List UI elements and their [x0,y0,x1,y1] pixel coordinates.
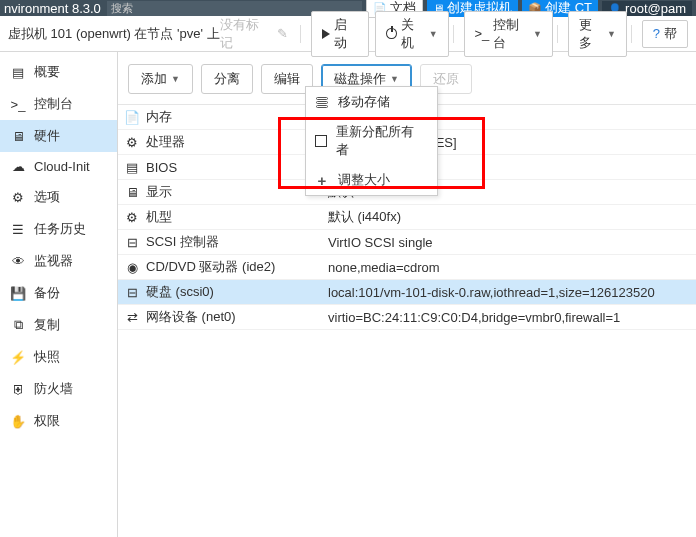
hw-name: CD/DVD 驱动器 (ide2) [146,258,326,276]
more-label: 更多 [579,16,603,52]
shutdown-label: 关机 [401,16,425,52]
start-button[interactable]: 启动 [311,11,369,57]
net-icon: ⇄ [118,310,146,325]
sidebar-item-label: 权限 [34,412,60,430]
shutdown-button[interactable]: 关机▼ [375,11,448,57]
hw-row[interactable]: ⚙机型默认 (i440fx) [118,205,696,230]
chevron-down-icon: ▼ [171,74,180,84]
sidebar-item-label: Cloud-Init [34,159,90,174]
square-icon [314,135,328,147]
add-button[interactable]: 添加▼ [128,64,193,94]
bios-icon: ▤ [118,160,146,175]
play-icon [322,29,330,39]
sidebar-item-权限[interactable]: ✋权限 [0,405,117,437]
save-icon: 💾 [10,286,26,301]
power-icon [386,28,396,39]
hw-name: 硬盘 (scsi0) [146,283,326,301]
no-tag-label[interactable]: 没有标记 [220,16,270,52]
hw-name: 网络设备 (net0) [146,308,326,326]
sidebar-item-label: 复制 [34,316,60,334]
add-label: 添加 [141,70,167,88]
sidebar-item-选项[interactable]: ⚙选项 [0,181,117,213]
sidebar-item-控制台[interactable]: >_控制台 [0,88,117,120]
version-text: nvironment 8.3.0 [4,1,101,16]
hw-value: virtio=BC:24:11:C9:C0:D4,bridge=vmbr0,fi… [326,310,696,325]
start-label: 启动 [334,16,358,52]
help-button[interactable]: ?帮 [642,20,688,48]
cpu-icon: ⚙ [118,135,146,150]
hw-value: none,media=cdrom [326,260,696,275]
detach-button[interactable]: 分离 [201,64,253,94]
shield-icon: ⛨ [10,382,26,397]
hdd-icon: ⊟ [118,285,146,300]
menu-item-label: 移动存储 [338,93,390,111]
db-icon [314,97,330,108]
console-button[interactable]: >_控制台▼ [464,11,553,57]
hw-name: 处理器 [146,133,326,151]
edit-label: 编辑 [274,70,300,88]
menu-item-移动存储[interactable]: 移动存储 [306,87,437,117]
list-icon: ☰ [10,222,26,237]
sidebar-item-硬件[interactable]: 🖥硬件 [0,120,117,152]
sidebar-item-任务历史[interactable]: ☰任务历史 [0,213,117,245]
more-button[interactable]: 更多▼ [568,11,627,57]
menu-item-重新分配所有者[interactable]: 重新分配所有者 [306,117,437,165]
sidebar-item-label: 控制台 [34,95,73,113]
book-icon: ▤ [10,65,26,80]
sidebar-item-label: 任务历史 [34,220,86,238]
console-icon: >_ [475,26,490,41]
sidebar-item-label: 快照 [34,348,60,366]
hw-row[interactable]: ⊟SCSI 控制器VirtIO SCSI single [118,230,696,255]
vm-sidebar: ▤概要>_控制台🖥硬件☁Cloud-Init⚙选项☰任务历史👁监视器💾备份⧉复制… [0,52,118,537]
sidebar-item-label: 硬件 [34,127,60,145]
machine-icon: ⚙ [118,210,146,225]
console-label: 控制台 [493,16,529,52]
help-label: 帮 [664,25,677,43]
sidebar-item-label: 监视器 [34,252,73,270]
chevron-down-icon: ▼ [429,29,438,39]
detach-label: 分离 [214,70,240,88]
vm-title: 虚拟机 101 (openwrt) 在节点 'pve' 上 [8,25,220,43]
gear-icon: ⚙ [10,190,26,205]
hdd-icon: ⊟ [118,235,146,250]
hw-value: VirtIO SCSI single [326,235,696,250]
menu-item-label: 重新分配所有者 [336,123,417,159]
sidebar-item-防火墙[interactable]: ⛨防火墙 [0,373,117,405]
hw-row[interactable]: ◉CD/DVD 驱动器 (ide2)none,media=cdrom [118,255,696,280]
hand-icon: ✋ [10,414,26,429]
sidebar-item-复制[interactable]: ⧉复制 [0,309,117,341]
hw-value: local:101/vm-101-disk-0.raw,iothread=1,s… [326,285,696,300]
chip-icon: 🖥 [10,129,26,144]
hw-name: 机型 [146,208,326,226]
disc-icon: ◉ [118,260,146,275]
hw-name: 内存 [146,108,326,126]
help-icon: ? [653,26,660,41]
chevron-down-icon: ▼ [533,29,542,39]
sidebar-item-label: 选项 [34,188,60,206]
sidebar-item-label: 防火墙 [34,380,73,398]
sidebar-item-监视器[interactable]: 👁监视器 [0,245,117,277]
menu-item-label: 调整大小 [338,171,390,189]
sidebar-item-备份[interactable]: 💾备份 [0,277,117,309]
user-label: root@pam [625,1,686,16]
bolt-icon: ⚡ [10,350,26,365]
sidebar-item-label: 概要 [34,63,60,81]
display-icon: 🖥 [118,185,146,200]
copy-icon: ⧉ [10,317,26,333]
hw-row[interactable]: ⇄网络设备 (net0)virtio=BC:24:11:C9:C0:D4,bri… [118,305,696,330]
disk-action-menu: 移动存储重新分配所有者+调整大小 [305,86,438,196]
tag-add-icon[interactable]: ✎ [277,26,288,41]
vm-header: 虚拟机 101 (openwrt) 在节点 'pve' 上 没有标记 ✎ 启动 … [0,16,696,52]
sidebar-item-label: 备份 [34,284,60,302]
hw-row[interactable]: ⊟硬盘 (scsi0)local:101/vm-101-disk-0.raw,i… [118,280,696,305]
chevron-down-icon: ▼ [390,74,399,84]
mem-icon: 📄 [118,110,146,125]
chevron-down-icon: ▼ [607,29,616,39]
eye-icon: 👁 [10,254,26,269]
menu-item-调整大小[interactable]: +调整大小 [306,165,437,195]
sidebar-item-Cloud-Init[interactable]: ☁Cloud-Init [0,152,117,181]
hw-name: BIOS [146,160,326,175]
sidebar-item-快照[interactable]: ⚡快照 [0,341,117,373]
cloud-icon: ☁ [10,159,26,174]
sidebar-item-概要[interactable]: ▤概要 [0,56,117,88]
